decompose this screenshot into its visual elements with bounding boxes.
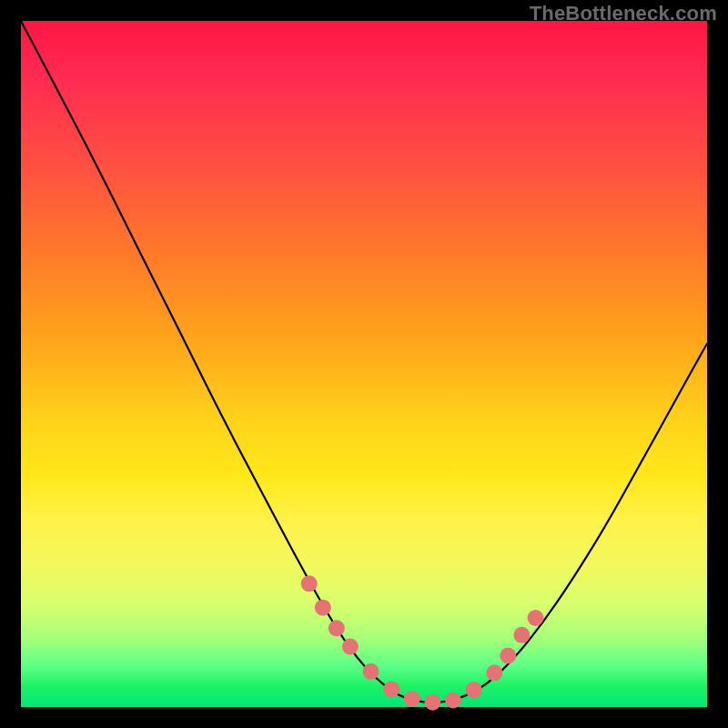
- highlight-dot: [363, 663, 379, 680]
- highlight-dot: [301, 575, 318, 592]
- highlight-dot: [329, 620, 345, 636]
- highlight-dot: [486, 664, 502, 681]
- outer-frame: TheBottleneck.com: [0, 0, 728, 728]
- highlight-dots: [301, 575, 544, 710]
- highlight-dot: [500, 648, 516, 664]
- highlight-dot: [528, 610, 544, 626]
- highlight-dot: [466, 682, 482, 698]
- curve-layer: [21, 21, 707, 707]
- highlight-dot: [445, 693, 461, 709]
- highlight-dot: [513, 627, 530, 643]
- highlight-dot: [424, 694, 440, 711]
- highlight-dot: [404, 691, 420, 707]
- highlight-dot: [342, 639, 359, 655]
- bottleneck-curve: [21, 21, 707, 703]
- highlight-dot: [315, 600, 331, 616]
- highlight-dot: [383, 681, 399, 697]
- watermark-text: TheBottleneck.com: [530, 2, 717, 25]
